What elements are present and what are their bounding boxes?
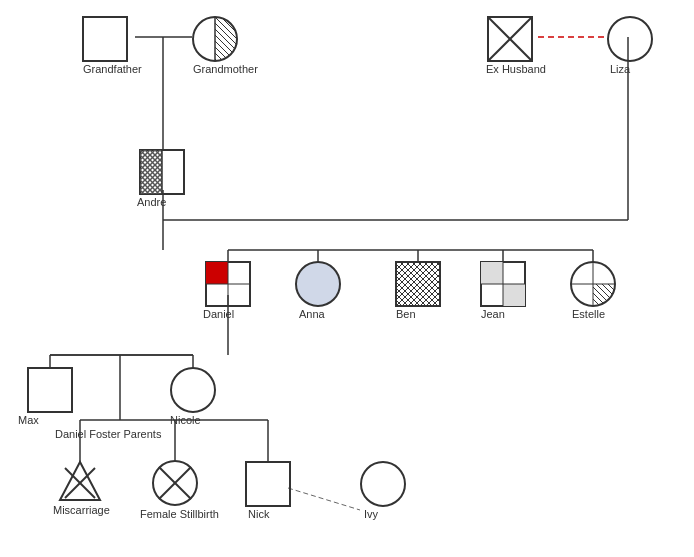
svg-rect-34 <box>140 150 162 194</box>
liza-label: Liza <box>610 63 630 75</box>
grandfather-label: Grandfather <box>83 63 142 75</box>
nicole-label: Nicole <box>170 414 201 426</box>
femalestillbirth-label: Female Stillbirth <box>140 508 219 520</box>
svg-line-30 <box>288 488 360 510</box>
ivy-label: Ivy <box>364 508 378 520</box>
ivy-symbol <box>361 462 405 506</box>
estelle-label: Estelle <box>572 308 605 320</box>
exhusband-label: Ex Husband <box>486 63 546 75</box>
nicole-symbol <box>171 368 215 412</box>
andre-label: Andre <box>137 196 166 208</box>
svg-rect-39 <box>481 262 503 284</box>
miscarriage-label: Miscarriage <box>53 504 110 516</box>
nick-symbol <box>246 462 290 506</box>
anna-label: Anna <box>299 308 325 320</box>
svg-rect-36 <box>206 262 228 284</box>
anna-symbol <box>296 262 340 306</box>
max-label: Max <box>18 414 39 426</box>
grandfather-symbol <box>83 17 127 61</box>
liza-symbol <box>608 17 652 61</box>
max-symbol <box>28 368 72 412</box>
nick-label: Nick <box>248 508 269 520</box>
daniel-label: Daniel <box>203 308 234 320</box>
svg-rect-40 <box>503 284 525 306</box>
genogram-canvas: Grandfather Grandmother Ex Husband Liza … <box>0 0 694 557</box>
ben-label: Ben <box>396 308 416 320</box>
diagram-svg <box>0 0 694 557</box>
grandmother-label: Grandmother <box>193 63 258 75</box>
jean-label: Jean <box>481 308 505 320</box>
ben-symbol <box>396 262 440 306</box>
foster-parents-label: Daniel Foster Parents <box>55 428 161 440</box>
